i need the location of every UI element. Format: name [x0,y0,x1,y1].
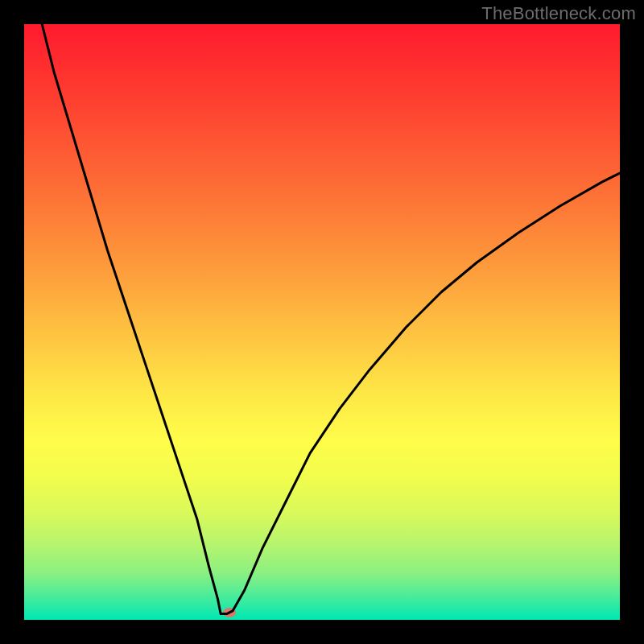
plot-area [24,24,620,620]
curve-line [24,24,620,620]
chart-frame: TheBottleneck.com [0,0,644,644]
watermark-text: TheBottleneck.com [481,3,636,24]
